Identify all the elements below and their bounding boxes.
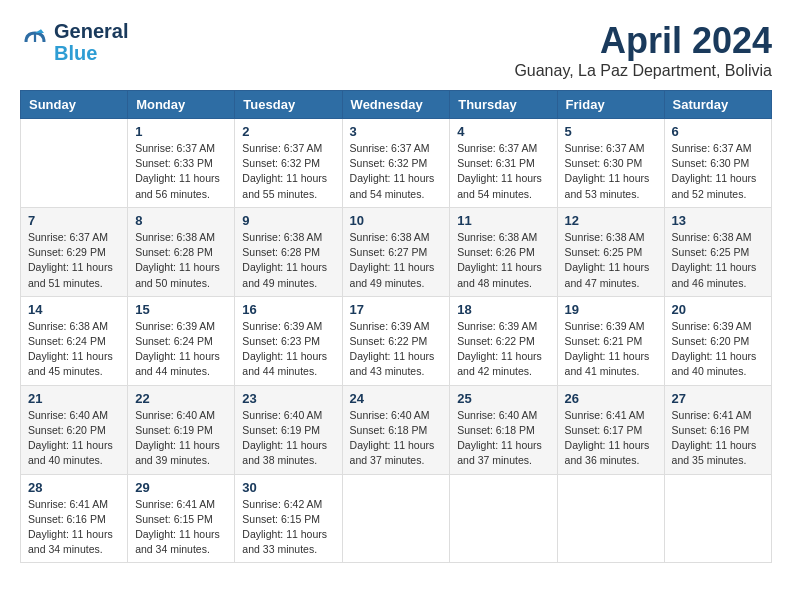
calendar-cell: 6Sunrise: 6:37 AMSunset: 6:30 PMDaylight… bbox=[664, 119, 771, 208]
col-header-tuesday: Tuesday bbox=[235, 91, 342, 119]
day-number: 28 bbox=[28, 480, 120, 495]
calendar-cell: 13Sunrise: 6:38 AMSunset: 6:25 PMDayligh… bbox=[664, 207, 771, 296]
calendar-cell: 25Sunrise: 6:40 AMSunset: 6:18 PMDayligh… bbox=[450, 385, 557, 474]
day-info: Sunrise: 6:38 AMSunset: 6:24 PMDaylight:… bbox=[28, 319, 120, 380]
calendar-cell: 19Sunrise: 6:39 AMSunset: 6:21 PMDayligh… bbox=[557, 296, 664, 385]
day-number: 5 bbox=[565, 124, 657, 139]
day-number: 11 bbox=[457, 213, 549, 228]
col-header-friday: Friday bbox=[557, 91, 664, 119]
calendar-cell bbox=[342, 474, 450, 563]
day-number: 21 bbox=[28, 391, 120, 406]
logo-line2: Blue bbox=[54, 42, 128, 64]
calendar-cell: 14Sunrise: 6:38 AMSunset: 6:24 PMDayligh… bbox=[21, 296, 128, 385]
calendar-cell: 9Sunrise: 6:38 AMSunset: 6:28 PMDaylight… bbox=[235, 207, 342, 296]
location-title: Guanay, La Paz Department, Bolivia bbox=[514, 62, 772, 80]
day-number: 25 bbox=[457, 391, 549, 406]
calendar-cell: 23Sunrise: 6:40 AMSunset: 6:19 PMDayligh… bbox=[235, 385, 342, 474]
day-info: Sunrise: 6:42 AMSunset: 6:15 PMDaylight:… bbox=[242, 497, 334, 558]
day-number: 19 bbox=[565, 302, 657, 317]
calendar-cell: 15Sunrise: 6:39 AMSunset: 6:24 PMDayligh… bbox=[128, 296, 235, 385]
logo: General Blue bbox=[20, 20, 128, 64]
calendar-cell: 5Sunrise: 6:37 AMSunset: 6:30 PMDaylight… bbox=[557, 119, 664, 208]
day-number: 22 bbox=[135, 391, 227, 406]
day-number: 15 bbox=[135, 302, 227, 317]
logo-line1: General bbox=[54, 20, 128, 42]
day-number: 8 bbox=[135, 213, 227, 228]
calendar-cell: 21Sunrise: 6:40 AMSunset: 6:20 PMDayligh… bbox=[21, 385, 128, 474]
calendar-cell: 29Sunrise: 6:41 AMSunset: 6:15 PMDayligh… bbox=[128, 474, 235, 563]
day-info: Sunrise: 6:39 AMSunset: 6:22 PMDaylight:… bbox=[457, 319, 549, 380]
day-info: Sunrise: 6:40 AMSunset: 6:18 PMDaylight:… bbox=[457, 408, 549, 469]
day-info: Sunrise: 6:41 AMSunset: 6:16 PMDaylight:… bbox=[672, 408, 764, 469]
calendar-week-3: 14Sunrise: 6:38 AMSunset: 6:24 PMDayligh… bbox=[21, 296, 772, 385]
day-number: 20 bbox=[672, 302, 764, 317]
calendar-week-1: 1Sunrise: 6:37 AMSunset: 6:33 PMDaylight… bbox=[21, 119, 772, 208]
day-number: 9 bbox=[242, 213, 334, 228]
day-info: Sunrise: 6:37 AMSunset: 6:30 PMDaylight:… bbox=[672, 141, 764, 202]
calendar-cell: 20Sunrise: 6:39 AMSunset: 6:20 PMDayligh… bbox=[664, 296, 771, 385]
day-info: Sunrise: 6:39 AMSunset: 6:23 PMDaylight:… bbox=[242, 319, 334, 380]
day-info: Sunrise: 6:38 AMSunset: 6:25 PMDaylight:… bbox=[565, 230, 657, 291]
logo-icon bbox=[20, 27, 50, 57]
day-number: 12 bbox=[565, 213, 657, 228]
day-info: Sunrise: 6:38 AMSunset: 6:28 PMDaylight:… bbox=[242, 230, 334, 291]
logo-text-block: General Blue bbox=[54, 20, 128, 64]
calendar-week-2: 7Sunrise: 6:37 AMSunset: 6:29 PMDaylight… bbox=[21, 207, 772, 296]
day-number: 4 bbox=[457, 124, 549, 139]
day-info: Sunrise: 6:41 AMSunset: 6:15 PMDaylight:… bbox=[135, 497, 227, 558]
calendar-cell: 7Sunrise: 6:37 AMSunset: 6:29 PMDaylight… bbox=[21, 207, 128, 296]
calendar-cell: 26Sunrise: 6:41 AMSunset: 6:17 PMDayligh… bbox=[557, 385, 664, 474]
calendar-cell: 3Sunrise: 6:37 AMSunset: 6:32 PMDaylight… bbox=[342, 119, 450, 208]
calendar-cell: 1Sunrise: 6:37 AMSunset: 6:33 PMDaylight… bbox=[128, 119, 235, 208]
calendar-cell: 10Sunrise: 6:38 AMSunset: 6:27 PMDayligh… bbox=[342, 207, 450, 296]
day-info: Sunrise: 6:40 AMSunset: 6:19 PMDaylight:… bbox=[242, 408, 334, 469]
day-info: Sunrise: 6:40 AMSunset: 6:20 PMDaylight:… bbox=[28, 408, 120, 469]
day-number: 1 bbox=[135, 124, 227, 139]
calendar-cell bbox=[557, 474, 664, 563]
day-info: Sunrise: 6:38 AMSunset: 6:26 PMDaylight:… bbox=[457, 230, 549, 291]
day-info: Sunrise: 6:37 AMSunset: 6:33 PMDaylight:… bbox=[135, 141, 227, 202]
col-header-saturday: Saturday bbox=[664, 91, 771, 119]
calendar-cell: 17Sunrise: 6:39 AMSunset: 6:22 PMDayligh… bbox=[342, 296, 450, 385]
calendar-week-5: 28Sunrise: 6:41 AMSunset: 6:16 PMDayligh… bbox=[21, 474, 772, 563]
calendar-cell: 18Sunrise: 6:39 AMSunset: 6:22 PMDayligh… bbox=[450, 296, 557, 385]
calendar-cell: 11Sunrise: 6:38 AMSunset: 6:26 PMDayligh… bbox=[450, 207, 557, 296]
calendar-cell bbox=[21, 119, 128, 208]
calendar-cell bbox=[664, 474, 771, 563]
title-block: April 2024 Guanay, La Paz Department, Bo… bbox=[514, 20, 772, 80]
calendar-cell: 12Sunrise: 6:38 AMSunset: 6:25 PMDayligh… bbox=[557, 207, 664, 296]
calendar-cell: 28Sunrise: 6:41 AMSunset: 6:16 PMDayligh… bbox=[21, 474, 128, 563]
day-number: 7 bbox=[28, 213, 120, 228]
day-info: Sunrise: 6:41 AMSunset: 6:17 PMDaylight:… bbox=[565, 408, 657, 469]
calendar-cell: 2Sunrise: 6:37 AMSunset: 6:32 PMDaylight… bbox=[235, 119, 342, 208]
calendar-header-row: SundayMondayTuesdayWednesdayThursdayFrid… bbox=[21, 91, 772, 119]
day-number: 23 bbox=[242, 391, 334, 406]
day-info: Sunrise: 6:37 AMSunset: 6:30 PMDaylight:… bbox=[565, 141, 657, 202]
day-number: 6 bbox=[672, 124, 764, 139]
day-info: Sunrise: 6:39 AMSunset: 6:24 PMDaylight:… bbox=[135, 319, 227, 380]
day-info: Sunrise: 6:37 AMSunset: 6:29 PMDaylight:… bbox=[28, 230, 120, 291]
day-number: 17 bbox=[350, 302, 443, 317]
day-info: Sunrise: 6:37 AMSunset: 6:32 PMDaylight:… bbox=[242, 141, 334, 202]
day-number: 2 bbox=[242, 124, 334, 139]
calendar-cell: 4Sunrise: 6:37 AMSunset: 6:31 PMDaylight… bbox=[450, 119, 557, 208]
day-number: 26 bbox=[565, 391, 657, 406]
calendar-cell bbox=[450, 474, 557, 563]
day-number: 13 bbox=[672, 213, 764, 228]
calendar-cell: 16Sunrise: 6:39 AMSunset: 6:23 PMDayligh… bbox=[235, 296, 342, 385]
calendar-cell: 8Sunrise: 6:38 AMSunset: 6:28 PMDaylight… bbox=[128, 207, 235, 296]
day-number: 16 bbox=[242, 302, 334, 317]
calendar-cell: 22Sunrise: 6:40 AMSunset: 6:19 PMDayligh… bbox=[128, 385, 235, 474]
day-info: Sunrise: 6:38 AMSunset: 6:28 PMDaylight:… bbox=[135, 230, 227, 291]
calendar-cell: 30Sunrise: 6:42 AMSunset: 6:15 PMDayligh… bbox=[235, 474, 342, 563]
day-number: 14 bbox=[28, 302, 120, 317]
calendar-cell: 24Sunrise: 6:40 AMSunset: 6:18 PMDayligh… bbox=[342, 385, 450, 474]
day-info: Sunrise: 6:39 AMSunset: 6:21 PMDaylight:… bbox=[565, 319, 657, 380]
calendar-table: SundayMondayTuesdayWednesdayThursdayFrid… bbox=[20, 90, 772, 563]
day-info: Sunrise: 6:40 AMSunset: 6:18 PMDaylight:… bbox=[350, 408, 443, 469]
day-info: Sunrise: 6:38 AMSunset: 6:27 PMDaylight:… bbox=[350, 230, 443, 291]
day-info: Sunrise: 6:39 AMSunset: 6:22 PMDaylight:… bbox=[350, 319, 443, 380]
calendar-cell: 27Sunrise: 6:41 AMSunset: 6:16 PMDayligh… bbox=[664, 385, 771, 474]
col-header-monday: Monday bbox=[128, 91, 235, 119]
col-header-wednesday: Wednesday bbox=[342, 91, 450, 119]
